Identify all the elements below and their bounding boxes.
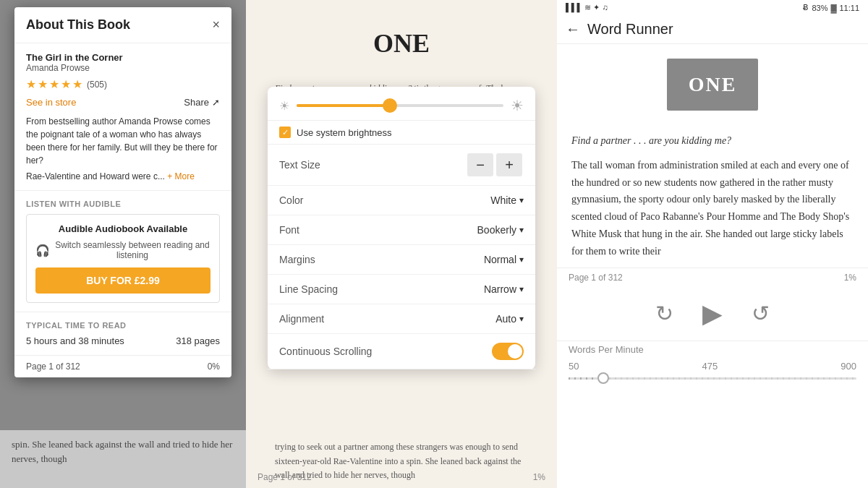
about-book-modal: About This Book × The Girl in the Corner… [14, 7, 231, 377]
text-size-controls[interactable]: − + [466, 153, 524, 176]
forward-icon: ↺ [752, 301, 770, 325]
color-value: White [490, 194, 516, 206]
bluetooth-icon: Ƀ [803, 3, 809, 12]
use-system-row[interactable]: ✓ Use system brightness [268, 121, 535, 145]
footer-page: Page 1 of 312 [26, 361, 80, 372]
font-label: Font [279, 224, 299, 236]
alignment-value: Auto [495, 313, 516, 325]
signal-strength: ▌▌▌ ≋ ✦ ♫ [566, 3, 608, 12]
brightness-high-icon: ☀ [511, 97, 524, 114]
panel1-bg: spin. She leaned back against the wall a… [0, 430, 246, 488]
book-author: Amanda Prowse [26, 63, 220, 73]
text-size-label: Text Size [279, 159, 320, 171]
status-bar: ▌▌▌ ≋ ✦ ♫ Ƀ 83% ▓ 11:11 [557, 0, 868, 15]
forward-button[interactable]: ↺ [752, 300, 770, 327]
word-runner-page-info: Page 1 of 312 1% [557, 267, 868, 287]
brightness-fill [297, 104, 390, 107]
continuous-scrolling-label: Continuous Scrolling [279, 346, 372, 357]
current-word: ONE [689, 73, 737, 95]
line-spacing-label: Line Spacing [279, 283, 338, 295]
rewind-icon: ↻ [655, 301, 673, 325]
wpm-slider[interactable] [569, 377, 856, 380]
brightness-low-icon: ☀ [279, 99, 289, 113]
wpm-section: Words Per Minute 50 475 900 [557, 341, 868, 382]
word-runner-header: ← Word Runner [557, 15, 868, 44]
margins-value: Normal [484, 254, 516, 265]
wpm-thumb[interactable] [597, 372, 609, 384]
settings-popup: ☀ ☀ ✓ Use system brightness Text Size − … [268, 87, 535, 369]
font-value: Bookerly [477, 224, 516, 236]
modal-header: About This Book × [14, 7, 231, 43]
p3-percent: 1% [844, 273, 856, 283]
time-display: 11:11 [839, 4, 859, 12]
play-icon: ▶ [702, 299, 723, 328]
toggle-thumb [508, 344, 522, 359]
share-button[interactable]: Share ➚ [184, 97, 220, 108]
text-size-increase[interactable]: + [496, 153, 522, 176]
text-size-decrease[interactable]: − [467, 153, 493, 176]
reader-percent: 1% [533, 472, 545, 482]
buy-button[interactable]: BUY FOR £2.99 [35, 267, 210, 294]
time-label: TYPICAL TIME TO READ [26, 321, 220, 330]
more-link[interactable]: + More [167, 171, 195, 181]
margins-label: Margins [279, 254, 315, 265]
book-title: The Girl in the Corner [26, 52, 220, 63]
brightness-row: ☀ ☀ [268, 87, 535, 121]
word-runner-text: Find a partner . . . are you kidding me?… [557, 125, 868, 267]
panel3: ▌▌▌ ≋ ✦ ♫ Ƀ 83% ▓ 11:11 ← Word Runner ON… [557, 0, 868, 488]
panel1: spin. She leaned back against the wall a… [0, 0, 246, 488]
close-icon[interactable]: × [212, 17, 220, 33]
star-rating: ★ ★ ★ ★ ★ (505) [26, 77, 220, 91]
footer-percent: 0% [208, 361, 220, 372]
time-value: 5 hours and 38 minutes [26, 335, 124, 346]
rewind-button[interactable]: ↻ [655, 300, 673, 327]
wpm-dots-right [603, 377, 856, 380]
margins-dropdown[interactable]: Normal ▾ [484, 254, 524, 265]
see-in-store-link[interactable]: See in store [26, 97, 76, 108]
play-button[interactable]: ▶ [702, 299, 723, 329]
margins-row: Margins Normal ▾ [268, 245, 535, 275]
font-dropdown-arrow: ▾ [519, 225, 524, 235]
reader-page: Page 1 of 312 [258, 472, 312, 482]
panel1-footer: Page 1 of 312 0% [14, 356, 231, 377]
headphone-icon: 🎧 [35, 244, 50, 257]
font-row: Font Bookerly ▾ [268, 215, 535, 245]
text-size-row: Text Size − + [268, 145, 535, 186]
star-1: ★ [26, 77, 36, 91]
audible-title: Audible Audiobook Available [35, 223, 210, 234]
reading-body: The tall woman from administration smile… [571, 160, 849, 257]
brightness-thumb[interactable] [383, 98, 397, 113]
time-section: TYPICAL TIME TO READ 5 hours and 38 minu… [14, 312, 231, 356]
wpm-min: 50 [569, 361, 579, 372]
review-count: (505) [87, 80, 107, 90]
alignment-dropdown[interactable]: Auto ▾ [495, 313, 524, 325]
line-spacing-value: Narrow [484, 283, 516, 295]
brightness-slider[interactable] [297, 104, 503, 107]
pages-value: 318 pages [176, 335, 220, 346]
wpm-current: 475 [702, 361, 718, 372]
desc-continuation: Rae-Valentine and Howard were c... + Mor… [26, 171, 220, 181]
bg-text: spin. She leaned back against the wall a… [12, 439, 232, 464]
alignment-label: Alignment [279, 313, 324, 325]
wpm-values: 50 475 900 [569, 361, 856, 372]
status-right: Ƀ 83% ▓ 11:11 [803, 3, 859, 12]
book-actions: See in store Share ➚ [26, 97, 220, 108]
continuous-scrolling-toggle[interactable] [492, 343, 524, 360]
use-system-checkbox[interactable]: ✓ [279, 127, 291, 138]
back-button[interactable]: ← [566, 21, 580, 38]
italic-text: Find a partner . . . are you kidding me? [571, 132, 854, 150]
battery-icon: ▓ [830, 4, 836, 12]
star-5: ★ [72, 77, 82, 91]
share-icon: ➚ [212, 97, 220, 108]
audible-subtitle: 🎧 Switch seamlessly between reading and … [35, 240, 210, 260]
alignment-row: Alignment Auto ▾ [268, 304, 535, 334]
color-label: Color [279, 194, 303, 206]
font-dropdown[interactable]: Bookerly ▾ [477, 224, 524, 236]
line-spacing-dropdown[interactable]: Narrow ▾ [484, 283, 524, 295]
p3-page: Page 1 of 312 [569, 273, 623, 283]
use-system-label: Use system brightness [297, 127, 392, 138]
wpm-dots-left [569, 377, 597, 380]
margins-dropdown-arrow: ▾ [519, 254, 524, 265]
modal-title: About This Book [26, 17, 130, 33]
color-dropdown[interactable]: White ▾ [490, 194, 524, 206]
